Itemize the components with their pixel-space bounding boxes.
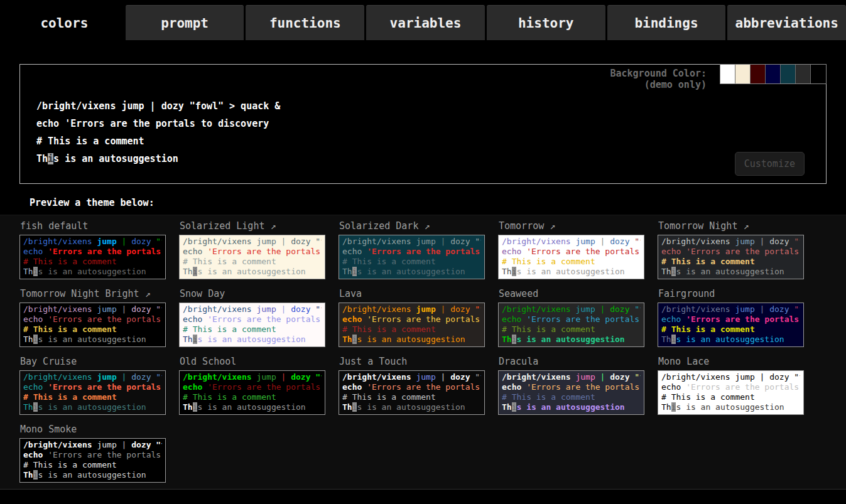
sample-line: /bright/vixens jump | dozy "fowl" > quac… <box>23 372 162 382</box>
sample-cmd2: dozy <box>291 304 310 314</box>
tab-prompt[interactable]: prompt <box>126 5 244 40</box>
theme-title: Solarized Dark ↗ <box>339 220 485 232</box>
tab-variables[interactable]: variables <box>366 5 485 40</box>
sample-autosug: s is an autosuggestion <box>197 335 305 344</box>
theme-name: Tomorrow Night <box>658 220 737 232</box>
sample-sep: | <box>117 372 131 382</box>
sample-cmd1: /bright/vixens <box>23 372 92 382</box>
sample-echo: echo <box>23 450 43 459</box>
sample-param: jump <box>92 440 117 449</box>
theme-card-seaweed: Seaweed/bright/vixens jump | dozy "fowl"… <box>498 286 644 347</box>
theme-card-bay-cruise: Bay Cruise/bright/vixens jump | dozy "fo… <box>19 353 166 415</box>
tab-abbreviations[interactable]: abbreviations <box>727 5 846 40</box>
sample-echo: echo <box>502 247 521 256</box>
tab-history[interactable]: history <box>487 5 605 40</box>
theme-preview-solarized-dark[interactable]: /bright/vixens jump | dozy "fowl" > quac… <box>339 235 485 279</box>
theme-title: fish default <box>20 220 166 232</box>
sample-comment: # This is a comment <box>342 392 436 402</box>
sample-line: echo 'Errors are the portals to discover… <box>502 314 641 324</box>
bg-swatch-ffffff[interactable] <box>720 65 735 83</box>
bg-swatch-0d3a46[interactable] <box>781 65 796 83</box>
sample-comment: # This is a comment <box>502 392 595 402</box>
sample-echo: echo <box>661 382 681 392</box>
bg-swatch-000000[interactable] <box>811 65 826 83</box>
sample-line: /bright/vixens jump | dozy "fowl" > quac… <box>23 440 162 450</box>
bg-swatch-2b2b2b[interactable] <box>796 65 811 83</box>
external-link-icon[interactable]: ↗ <box>544 220 555 232</box>
tab-bindings[interactable]: bindings <box>607 5 726 40</box>
sample-param: jump <box>92 304 117 314</box>
tab-functions[interactable]: functions <box>246 5 364 40</box>
sample-err: 'Errors are the portals to discovery <box>202 314 322 324</box>
sample-quote: "fowl" > quack & <box>470 237 481 246</box>
sample-line-autosuggestion: This is an autosuggestion <box>183 267 322 277</box>
customize-button[interactable]: Customize <box>735 152 805 176</box>
sample-err: 'Errors are the portals to discovery <box>681 382 800 392</box>
theme-preview-solarized-light[interactable]: /bright/vixens jump | dozy "fowl" > quac… <box>179 235 325 279</box>
sample-param: jump <box>92 237 117 246</box>
sample-autosug: s is an autosuggestion <box>676 267 784 276</box>
theme-preview-old-school[interactable]: /bright/vixens jump | dozy "fowl" > quac… <box>179 370 325 415</box>
bg-swatch-400000[interactable] <box>751 65 766 83</box>
external-link-icon[interactable]: ↗ <box>737 220 749 232</box>
external-link-icon[interactable]: ↗ <box>139 288 151 299</box>
theme-title: Mono Lace <box>658 356 804 367</box>
sample-comment: # This is a comment <box>342 257 436 266</box>
sample-cmd1: /bright/vixens <box>502 372 571 382</box>
sample-cmd2: dozy <box>291 372 310 382</box>
sample-line: echo 'Errors are the portals to discover… <box>502 382 641 392</box>
sample-fg: Th <box>661 335 671 344</box>
sample-line: # This is a comment <box>342 257 481 267</box>
sample-line-autosuggestion: This is an autosuggestion <box>342 335 481 345</box>
theme-preview-tomorrow[interactable]: /bright/vixens jump | dozy "fowl" > quac… <box>498 235 644 279</box>
sample-err: 'Errors are the portals to discovery <box>202 382 322 392</box>
external-link-icon[interactable]: ↗ <box>418 220 430 232</box>
theme-preview-lava[interactable]: /bright/vixens jump | dozy "fowl" > quac… <box>339 303 485 347</box>
bg-swatch-f7ecd4[interactable] <box>735 65 751 83</box>
sample-line: # This is a comment <box>342 392 481 402</box>
terminal-line: # This is a comment <box>36 132 280 150</box>
sample-quote: "fowl" > quack & <box>311 372 322 382</box>
theme-card-lava: Lava/bright/vixens jump | dozy "fowl" > … <box>339 286 485 347</box>
sample-line: # This is a comment <box>23 460 162 470</box>
theme-preview-seaweed[interactable]: /bright/vixens jump | dozy "fowl" > quac… <box>498 303 644 347</box>
sample-cmd2: dozy <box>450 237 470 246</box>
sample-cmd1: /bright/vixens <box>183 237 252 246</box>
theme-preview-mono-smoke[interactable]: /bright/vixens jump | dozy "fowl" > quac… <box>19 438 166 483</box>
sample-echo: echo <box>502 382 521 392</box>
theme-preview-mono-lace[interactable]: /bright/vixens jump | dozy "fowl" > quac… <box>658 370 804 415</box>
tab-colors[interactable]: colors <box>5 5 124 40</box>
sample-quote: "fowl" > quack & <box>630 304 641 314</box>
sample-fg: Th <box>342 402 352 412</box>
sample-echo: echo <box>183 247 202 256</box>
sample-param: jump <box>571 304 595 314</box>
sample-quote: "fowl" > quack & <box>151 237 162 246</box>
sample-echo: echo <box>342 382 362 392</box>
theme-title: Tomorrow ↗ <box>499 220 644 232</box>
sample-autosug: s is an autosuggestion <box>197 402 305 412</box>
theme-name: Tomorrow <box>499 220 544 232</box>
external-link-icon[interactable]: ↗ <box>264 220 276 232</box>
theme-name: Just a Touch <box>339 356 407 367</box>
sample-cmd2: dozy <box>450 304 470 314</box>
theme-card-old-school: Old School/bright/vixens jump | dozy "fo… <box>179 353 325 415</box>
sample-line-autosuggestion: This is an autosuggestion <box>183 335 322 345</box>
theme-preview-dracula[interactable]: /bright/vixens jump | dozy "fowl" > quac… <box>498 370 644 415</box>
theme-preview-tomorrow-night-bright[interactable]: /bright/vixens jump | dozy "fowl" > quac… <box>19 303 166 347</box>
sample-fg: Th <box>502 267 512 276</box>
sample-line-autosuggestion: This is an autosuggestion <box>502 335 641 345</box>
theme-preview-snow-day[interactable]: /bright/vixens jump | dozy "fowl" > quac… <box>179 303 325 347</box>
sample-cmd1: /bright/vixens <box>23 440 92 449</box>
theme-preview-just-a-touch[interactable]: /bright/vixens jump | dozy "fowl" > quac… <box>339 370 485 415</box>
theme-preview-fish-default[interactable]: /bright/vixens jump | dozy "fowl" > quac… <box>19 235 166 279</box>
sample-line: # This is a comment <box>183 324 322 335</box>
theme-preview-bay-cruise[interactable]: /bright/vixens jump | dozy "fowl" > quac… <box>19 370 166 415</box>
sample-autosug: s is an autosuggestion <box>197 267 305 276</box>
bg-swatch-000040[interactable] <box>766 65 781 83</box>
theme-preview-fairground[interactable]: /bright/vixens jump | dozy "fowl" > quac… <box>658 303 804 347</box>
tab-bar: colorspromptfunctionsvariableshistorybin… <box>5 5 846 40</box>
sample-line: /bright/vixens jump | dozy "fowl" > quac… <box>342 237 481 247</box>
theme-preview-tomorrow-night[interactable]: /bright/vixens jump | dozy "fowl" > quac… <box>658 235 804 279</box>
sample-err: 'Errors are the portals to discovery <box>681 247 800 256</box>
sample-line: # This is a comment <box>23 392 162 402</box>
